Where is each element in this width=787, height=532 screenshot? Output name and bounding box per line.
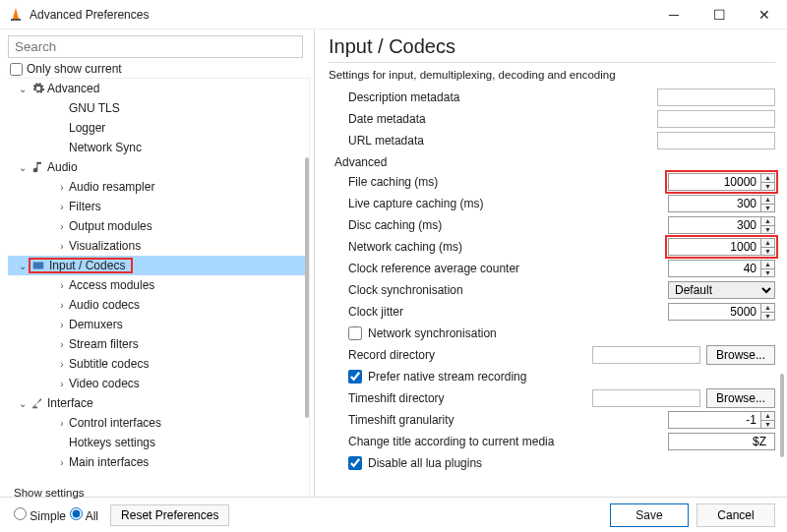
pane-title: Input / Codecs xyxy=(329,35,775,63)
tree-interface[interactable]: ⌄Interface xyxy=(8,393,309,413)
network-caching-spinner[interactable]: ▲▼ xyxy=(761,238,775,256)
clock-ref-input[interactable] xyxy=(668,260,761,277)
save-button[interactable]: Save xyxy=(610,503,689,527)
description-metadata-field: Description metadata xyxy=(329,87,775,108)
live-caching-input[interactable] xyxy=(668,195,761,212)
network-caching-input[interactable] xyxy=(668,238,761,256)
svg-rect-0 xyxy=(11,19,21,21)
tree-gnutls[interactable]: GNU TLS xyxy=(8,98,309,118)
timeshift-directory-browse[interactable]: Browse... xyxy=(706,388,775,408)
tree-main-interfaces[interactable]: ›Main interfaces xyxy=(8,452,309,472)
prefer-native-checkbox[interactable] xyxy=(348,370,362,384)
change-title-field: Change title according to current media xyxy=(329,431,775,452)
clock-jitter-input[interactable] xyxy=(668,303,761,321)
clock-sync-field: Clock synchronisationDefault xyxy=(329,279,775,301)
maximize-button[interactable]: ☐ xyxy=(696,0,742,30)
scrollbar[interactable] xyxy=(780,374,784,457)
clock-ref-field: Clock reference average counter▲▼ xyxy=(329,258,775,279)
footer: Simple All Reset Preferences Save Cancel xyxy=(0,497,787,532)
change-title-input[interactable] xyxy=(668,433,775,450)
tree-video-codecs[interactable]: ›Video codecs xyxy=(8,374,309,393)
codec-icon xyxy=(31,259,45,272)
settings-pane: Input / Codecs Settings for input, demul… xyxy=(315,30,787,497)
network-sync-checkbox[interactable] xyxy=(348,326,362,340)
timeshift-directory-field: Timeshift directoryBrowse... xyxy=(329,387,775,409)
record-directory-browse[interactable]: Browse... xyxy=(706,345,775,365)
only-show-current-checkbox[interactable]: Only show current xyxy=(8,62,310,76)
live-caching-spinner[interactable]: ▲▼ xyxy=(761,195,775,212)
timeshift-granularity-field: Timeshift granularity▲▼ xyxy=(329,409,775,431)
clock-ref-spinner[interactable]: ▲▼ xyxy=(761,260,775,277)
description-metadata-input[interactable] xyxy=(657,89,775,106)
tree-visualizations[interactable]: ›Visualizations xyxy=(8,236,309,256)
simple-radio[interactable]: Simple xyxy=(14,507,66,523)
disable-lua-checkbox[interactable] xyxy=(348,456,362,470)
disc-caching-spinner[interactable]: ▲▼ xyxy=(761,216,775,234)
timeshift-gran-spinner[interactable]: ▲▼ xyxy=(761,411,775,429)
minimize-button[interactable]: ─ xyxy=(651,0,696,30)
clock-sync-select[interactable]: Default xyxy=(668,281,775,299)
tree-subtitle-codecs[interactable]: ›Subtitle codecs xyxy=(8,354,309,374)
tree-logger[interactable]: Logger xyxy=(8,118,309,138)
clock-jitter-field: Clock jitter▲▼ xyxy=(329,301,775,323)
tree-audio-codecs[interactable]: ›Audio codecs xyxy=(8,295,309,315)
tree-network-sync[interactable]: Network Sync xyxy=(8,138,309,157)
file-caching-redbox: ▲▼ xyxy=(668,173,775,191)
tree-audio-filters[interactable]: ›Filters xyxy=(8,197,309,216)
note-icon xyxy=(30,160,47,174)
input-codecs-highlight: Input / Codecs xyxy=(30,259,132,272)
cancel-button[interactable]: Cancel xyxy=(696,503,775,527)
date-metadata-input[interactable] xyxy=(657,110,775,128)
settings-mode-radios: Simple All xyxy=(14,507,98,523)
date-metadata-field: Date metadata xyxy=(329,108,775,130)
tree-output-modules[interactable]: ›Output modules xyxy=(8,216,309,236)
tree-demuxers[interactable]: ›Demuxers xyxy=(8,315,309,334)
tree-hotkeys-settings[interactable]: Hotkeys settings xyxy=(8,433,309,452)
timeshift-directory-input[interactable] xyxy=(592,389,700,407)
close-button[interactable]: ✕ xyxy=(742,0,787,30)
show-settings-label: Show settings xyxy=(14,487,85,499)
preferences-tree[interactable]: ⌄Advanced GNU TLS Logger Network Sync ⌄A… xyxy=(8,78,310,497)
url-metadata-field: URL metadata xyxy=(329,130,775,151)
record-directory-input[interactable] xyxy=(592,346,700,364)
file-caching-input[interactable] xyxy=(668,173,761,191)
file-caching-field: File caching (ms)▲▼ xyxy=(329,171,775,193)
disable-lua-field: Disable all lua plugins xyxy=(329,452,775,474)
left-pane: Only show current ⌄Advanced GNU TLS Logg… xyxy=(0,30,315,497)
svg-rect-1 xyxy=(32,407,37,409)
tree-advanced[interactable]: ⌄Advanced xyxy=(8,79,309,98)
only-current-box[interactable] xyxy=(10,63,23,76)
only-current-label: Only show current xyxy=(27,62,122,76)
search-input[interactable] xyxy=(8,35,303,58)
app-cone-icon xyxy=(8,7,24,23)
clock-jitter-spinner[interactable]: ▲▼ xyxy=(761,303,775,321)
advanced-section-label: Advanced xyxy=(329,155,775,169)
url-metadata-input[interactable] xyxy=(657,132,775,149)
record-directory-field: Record directoryBrowse... xyxy=(329,344,775,366)
file-caching-spinner[interactable]: ▲▼ xyxy=(761,173,775,191)
all-radio[interactable]: All xyxy=(70,507,98,523)
tree-audio-resampler[interactable]: ›Audio resampler xyxy=(8,177,309,197)
tree-access-modules[interactable]: ›Access modules xyxy=(8,275,309,295)
tree-control-interfaces[interactable]: ›Control interfaces xyxy=(8,413,309,433)
gear-icon xyxy=(30,82,47,95)
network-caching-redbox: ▲▼ xyxy=(668,238,775,256)
timeshift-granularity-input[interactable] xyxy=(668,411,761,429)
tree-input-codecs[interactable]: ⌄Input / Codecs xyxy=(8,256,309,275)
live-caching-field: Live capture caching (ms)▲▼ xyxy=(329,193,775,214)
pane-subtitle: Settings for input, demultiplexing, deco… xyxy=(329,69,775,81)
window-title: Advanced Preferences xyxy=(30,8,651,22)
reset-preferences-button[interactable]: Reset Preferences xyxy=(110,504,229,526)
tree-stream-filters[interactable]: ›Stream filters xyxy=(8,334,309,354)
prefer-native-field: Prefer native stream recording xyxy=(329,366,775,387)
disc-caching-input[interactable] xyxy=(668,216,761,234)
disc-caching-field: Disc caching (ms)▲▼ xyxy=(329,214,775,236)
titlebar: Advanced Preferences ─ ☐ ✕ xyxy=(0,0,787,30)
tree-audio[interactable]: ⌄Audio xyxy=(8,157,309,177)
brush-icon xyxy=(30,396,47,410)
network-sync-field: Network synchronisation xyxy=(329,323,775,344)
network-caching-field: Network caching (ms)▲▼ xyxy=(329,236,775,258)
